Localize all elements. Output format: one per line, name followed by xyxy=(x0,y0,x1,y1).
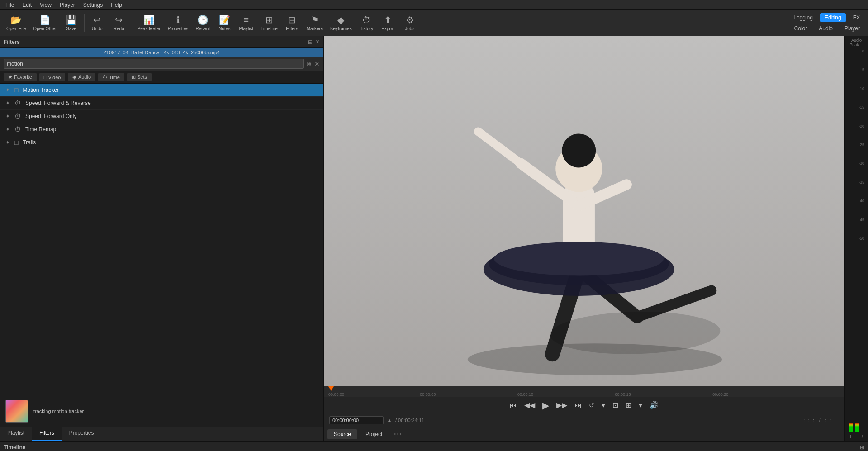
ruler-mark-1: 00:00:05 xyxy=(420,392,436,397)
menu-player[interactable]: Player xyxy=(56,1,79,9)
time-input[interactable] xyxy=(329,416,384,424)
save-icon: 💾 xyxy=(66,14,77,25)
undo-button[interactable]: ↩ Undo xyxy=(87,12,107,34)
workspace-editing[interactable]: Editing xyxy=(820,13,846,22)
search-close-icon[interactable]: ✕ xyxy=(314,60,320,67)
filter-item-motion-tracker[interactable]: ✦ □ Motion Tracker xyxy=(0,84,323,97)
redo-icon: ↪ xyxy=(115,14,123,25)
peak-label-1: -5 xyxy=(847,67,866,72)
open-file-icon: 📂 xyxy=(10,14,22,25)
source-project-tabs: Source Project • • • xyxy=(324,427,844,441)
menu-edit[interactable]: Edit xyxy=(19,1,35,9)
timeline-settings-icon[interactable]: ⊞ xyxy=(860,444,864,451)
redo-button[interactable]: ↪ Redo xyxy=(109,12,129,34)
filter-item-speed-forward-only[interactable]: ✦ ⏱ Speed: Forward Only xyxy=(0,110,323,123)
svg-point-13 xyxy=(562,134,596,168)
svg-point-8 xyxy=(494,242,664,275)
header-icons: ⊟ ✕ xyxy=(308,39,320,45)
filters-button[interactable]: ⊟ Filters xyxy=(282,12,302,34)
jobs-icon: ⚙ xyxy=(406,14,414,25)
timeline-header: Timeline ⊞ xyxy=(0,442,868,451)
history-button[interactable]: ⏱ History xyxy=(356,12,376,34)
grid-options-button[interactable]: ▾ xyxy=(637,399,644,411)
play-backward-button[interactable]: ◀◀ xyxy=(522,399,537,411)
save-button[interactable]: 💾 Save xyxy=(62,12,81,34)
notes-label: Notes xyxy=(218,26,230,31)
recent-label: Recent xyxy=(196,26,210,31)
peak-label-5: -25 xyxy=(847,142,866,147)
audio-peak-meter: Audio Peak ... 0 -5 -10 -15 -20 -25 -30 … xyxy=(844,36,868,441)
keyframes-button[interactable]: ◆ Keyframes xyxy=(327,12,355,34)
notes-icon: 📝 xyxy=(219,14,230,25)
star-icon-3: ✦ xyxy=(5,113,10,119)
toolbar-sep-2 xyxy=(132,14,132,32)
jobs-button[interactable]: ⚙ Jobs xyxy=(400,12,420,34)
recent-button[interactable]: 🕒 Recent xyxy=(193,12,213,34)
player-timeline-ruler[interactable]: 00:00:00 00:00:05 00:00:10 00:00:15 00:0… xyxy=(324,386,844,397)
loop-button[interactable]: ↺ xyxy=(587,400,596,411)
menu-settings[interactable]: Settings xyxy=(80,1,106,9)
time-step-up[interactable]: ▲ xyxy=(387,418,392,423)
skip-to-end-button[interactable]: ⏭ xyxy=(573,399,583,411)
recent-icon: 🕒 xyxy=(197,14,209,25)
filters-header: Filters ⊟ ✕ xyxy=(0,36,323,48)
export-label: Export xyxy=(381,26,394,31)
volume-button[interactable]: 🔊 xyxy=(648,399,660,411)
open-other-button[interactable]: 📄 Open Other xyxy=(30,12,59,34)
tab-properties[interactable]: Properties xyxy=(62,427,102,441)
zoom-to-fit-button[interactable]: ⊡ xyxy=(611,399,620,411)
right-panel: 00:00:00 00:00:05 00:00:10 00:00:15 00:0… xyxy=(324,36,844,441)
workspace-buttons: Logging Editing FX Color Audio Player xyxy=(789,13,864,33)
workspace-col: Logging Editing FX Color Audio Player xyxy=(789,13,864,33)
main-layout: Filters ⊟ ✕ 210917_04_Ballet Dancer_4k_0… xyxy=(0,36,868,441)
tab-project[interactable]: Project xyxy=(359,429,389,439)
workspace-audio[interactable]: Audio xyxy=(814,24,837,33)
tab-filters[interactable]: Filters xyxy=(32,427,62,441)
filter-tab-sets[interactable]: ⊞ Sets xyxy=(127,73,152,81)
open-file-button[interactable]: 📂 Open File xyxy=(4,12,28,34)
keyframes-label: Keyframes xyxy=(330,26,352,31)
peak-label-3: -15 xyxy=(847,105,866,109)
panel-close-icon[interactable]: ✕ xyxy=(315,39,320,45)
loop-options-button[interactable]: ▾ xyxy=(600,399,607,411)
peak-meter-button[interactable]: 📊 Peak Meter xyxy=(135,12,163,34)
tab-playlist[interactable]: Playlist xyxy=(0,427,32,441)
filter-item-time-remap[interactable]: ✦ ⏱ Time Remap xyxy=(0,123,323,136)
filter-item-icon-4: ⏱ xyxy=(14,126,21,133)
workspace-logging[interactable]: Logging xyxy=(789,13,817,22)
peak-label-7: -35 xyxy=(847,180,866,185)
notes-button[interactable]: 📝 Notes xyxy=(214,12,234,34)
filter-tab-favorite[interactable]: ★ Favorite xyxy=(4,73,37,81)
tab-source[interactable]: Source xyxy=(327,429,357,439)
ruler-mark-4: 00:00:20 xyxy=(712,392,728,397)
filter-item-label-2: Speed: Forward & Reverse xyxy=(25,100,91,106)
play-button[interactable]: ▶ xyxy=(541,398,551,413)
workspace-fx[interactable]: FX xyxy=(849,13,864,22)
search-clear-icon[interactable]: ⊗ xyxy=(306,60,312,67)
filter-tab-audio[interactable]: ◉ Audio xyxy=(68,73,95,81)
grid-button[interactable]: ⊞ xyxy=(624,399,633,411)
peak-label-r: R xyxy=(859,434,863,439)
source-dots: • • • xyxy=(394,432,401,437)
filter-item-trails[interactable]: ✦ □ Trails xyxy=(0,136,323,149)
search-input[interactable] xyxy=(4,59,304,69)
workspace-player[interactable]: Player xyxy=(840,24,864,33)
menu-view[interactable]: View xyxy=(36,1,55,9)
filter-tab-time[interactable]: ⏱ Time xyxy=(98,73,124,81)
filter-item-speed-forward-reverse[interactable]: ✦ ⏱ Speed: Forward & Reverse xyxy=(0,97,323,110)
panel-shrink-icon[interactable]: ⊟ xyxy=(308,39,313,45)
markers-button[interactable]: ⚑ Markers xyxy=(304,12,326,34)
peak-scale: 0 -5 -10 -15 -20 -25 -30 -35 -40 -45 -50 xyxy=(847,49,866,241)
timeline-title: Timeline xyxy=(4,444,25,451)
playlist-button[interactable]: ≡ Playlist xyxy=(236,12,256,34)
timeline-button[interactable]: ⊞ Timeline xyxy=(258,12,280,34)
workspace-color[interactable]: Color xyxy=(790,24,812,33)
menu-file[interactable]: File xyxy=(2,1,18,9)
menu-help[interactable]: Help xyxy=(107,1,126,9)
skip-to-start-button[interactable]: ⏮ xyxy=(508,399,519,411)
filter-tab-video[interactable]: □ Video xyxy=(39,73,66,81)
play-forward-fast-button[interactable]: ▶▶ xyxy=(555,399,569,411)
save-label: Save xyxy=(66,26,76,31)
export-button[interactable]: ⬆ Export xyxy=(378,12,398,34)
properties-button[interactable]: ℹ Properties xyxy=(165,12,191,34)
